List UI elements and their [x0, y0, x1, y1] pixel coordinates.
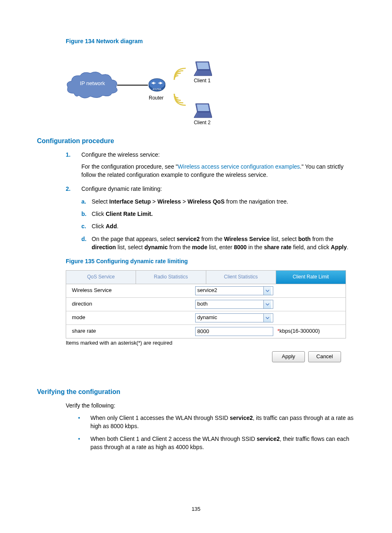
text: >	[151, 198, 157, 205]
chevron-down-icon	[263, 314, 271, 322]
text: When only Client 1 accesses the WLAN thr…	[90, 415, 230, 421]
step1-text: Configure the wireless service:	[81, 151, 160, 158]
text: >	[181, 198, 187, 205]
select-mode[interactable]: dynamic	[195, 313, 273, 322]
substep-letter: b.	[81, 210, 86, 218]
text: from the	[311, 236, 333, 242]
substep-letter: a.	[81, 197, 86, 206]
select-value: dynamic	[197, 314, 217, 322]
label-wireless-service: Wireless Service	[66, 284, 195, 297]
verify-intro: Verify the following:	[66, 401, 355, 410]
figure135-caption: Figure 135 Configuring dynamic rate limi…	[66, 257, 355, 265]
wireless-examples-link[interactable]: Wireless access service configuration ex…	[178, 163, 300, 170]
text: field, and click	[291, 244, 331, 250]
wifi-icon	[173, 92, 187, 106]
figure134-caption: Figure 134 Network diagram	[66, 37, 355, 45]
client2-label: Client 2	[192, 119, 212, 126]
page-number: 135	[0, 505, 392, 513]
select-direction[interactable]: both	[195, 300, 273, 309]
apply-button[interactable]: Apply	[272, 351, 305, 362]
add-bold: Add	[106, 223, 117, 229]
substep-letter: c.	[81, 222, 86, 230]
verify-bullet: When both Client 1 and Client 2 access t…	[66, 435, 355, 452]
text: Click	[92, 211, 106, 217]
chevron-down-icon	[263, 300, 271, 308]
laptop-icon	[192, 103, 212, 118]
text: list, select	[270, 236, 298, 242]
text: from the	[168, 244, 192, 250]
label-mode: mode	[66, 311, 195, 324]
text: from the navigation tree.	[225, 198, 288, 205]
val-dynamic: dynamic	[144, 244, 168, 250]
select-value: both	[197, 300, 208, 308]
fld-mode: mode	[192, 244, 207, 250]
fld-share-rate: share rate	[264, 244, 291, 250]
select-wireless-service[interactable]: service2	[195, 286, 273, 295]
tab-radio-statistics[interactable]: Radio Statistics	[136, 271, 206, 283]
required-note: Items marked with an asterisk(*) are req…	[66, 339, 355, 347]
text: from the	[200, 236, 224, 242]
step1-para-a: For the configuration procedure, see "	[81, 163, 178, 170]
text: .	[347, 244, 348, 250]
val-8000: 8000	[234, 244, 247, 250]
cancel-button[interactable]: Cancel	[308, 351, 341, 362]
chevron-down-icon	[263, 287, 271, 295]
router-label: Router	[144, 95, 168, 102]
network-diagram: IP network ROUTER Router	[66, 50, 230, 126]
rate-limit-form: QoS Service Radio Statistics Client Stat…	[66, 270, 346, 338]
svg-text:ROUTER: ROUTER	[152, 88, 161, 90]
ssid-bold: service2	[230, 415, 253, 421]
label-direction: direction	[66, 298, 195, 311]
router-icon: ROUTER	[148, 76, 166, 93]
client-rate-limit-bold: Client Rate Limit.	[106, 211, 152, 217]
text: When both Client 1 and Client 2 access t…	[90, 436, 257, 442]
wifi-icon	[173, 67, 187, 81]
tab-client-rate-limit[interactable]: Client Rate Limit	[276, 271, 346, 283]
config-procedure-heading: Configuration procedure	[37, 136, 355, 146]
input-share-rate[interactable]	[195, 327, 273, 336]
ssid-bold: service2	[257, 436, 280, 442]
step2-text: Configure dynamic rate limiting:	[81, 185, 162, 192]
val-both: both	[298, 236, 311, 242]
text: Click	[92, 223, 106, 229]
text: in the	[247, 244, 264, 250]
text: On the page that appears, select	[92, 236, 177, 242]
step-number: 1.	[66, 151, 71, 159]
step-number: 2.	[66, 185, 71, 193]
substep-letter: d.	[81, 235, 86, 243]
verify-bullet: When only Client 1 accesses the WLAN thr…	[66, 414, 355, 431]
fld-direction: direction	[92, 244, 116, 250]
text: .	[117, 223, 118, 229]
text: list, select	[116, 244, 144, 250]
nav-interface-setup: Interface Setup	[109, 198, 151, 205]
nav-wireless-qos: Wireless QoS	[187, 198, 224, 205]
verifying-heading: Verifying the configuration	[37, 387, 355, 396]
label-share-rate: share rate	[66, 325, 195, 338]
val-service2: service2	[177, 236, 200, 242]
select-value: service2	[197, 287, 217, 294]
cloud-label: IP network	[66, 80, 119, 88]
laptop-icon	[192, 61, 212, 76]
nav-wireless: Wireless	[157, 198, 181, 205]
apply-bold: Apply	[331, 244, 347, 250]
tab-client-statistics[interactable]: Client Statistics	[206, 271, 276, 283]
fld-wireless-service: Wireless Service	[224, 236, 270, 242]
text: list, enter	[208, 244, 234, 250]
client1-label: Client 1	[192, 77, 212, 84]
connection-line	[117, 85, 148, 86]
text: Select	[92, 198, 109, 205]
tab-qos-service[interactable]: QoS Service	[66, 271, 136, 283]
share-rate-units: kbps(16-300000)	[279, 328, 320, 334]
